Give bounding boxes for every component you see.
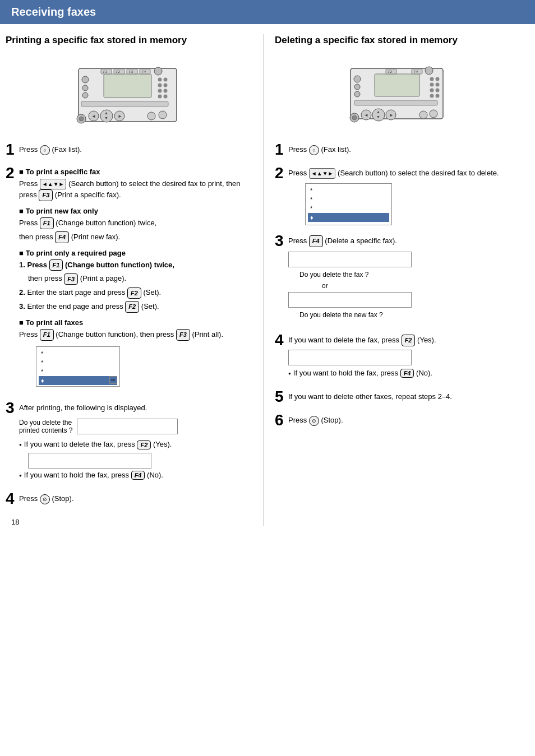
svg-point-31 [79, 117, 84, 121]
dialog-yes-left [28, 453, 151, 469]
svg-point-42 [354, 84, 360, 90]
left-column: Printing a specific fax stored in memory… [6, 34, 264, 526]
header-title: Receiving faxes [11, 6, 96, 18]
svg-point-32 [147, 112, 155, 120]
fax-list-btn-left: ○ [40, 145, 50, 155]
right-screen-preview: * * * ♦ [305, 183, 392, 225]
svg-text:►: ► [118, 114, 122, 119]
svg-text:F3: F3 [129, 70, 133, 73]
right-step2: 2 Press ◄▲▼► (Search button) to select t… [275, 165, 522, 225]
print-screen-preview: * * * ♦ ⇨ [36, 346, 120, 387]
svg-point-49 [436, 89, 440, 92]
fax-machine-diagram-right: F2 F4 ▲ [275, 54, 522, 133]
svg-point-13 [82, 92, 88, 98]
right-section-title: Deleting a specific fax stored in memory [275, 34, 522, 47]
left-section-title: Printing a specific fax stored in memory [6, 34, 252, 47]
svg-text:►: ► [389, 113, 394, 118]
search-btn-right: ◄▲▼► [309, 168, 336, 179]
svg-point-16 [158, 84, 162, 87]
svg-point-33 [159, 111, 167, 119]
sub-print-all: To print all faxes Press F1 (Change butt… [19, 318, 252, 387]
fax-list-btn-right: ○ [309, 145, 319, 155]
svg-text:▲: ▲ [104, 111, 108, 115]
search-btn-left: ◄▲▼► [40, 179, 67, 189]
svg-point-47 [436, 83, 440, 87]
fax-machine-svg-right: F2 F4 ▲ [342, 54, 454, 133]
svg-point-10 [154, 67, 162, 75]
svg-text:▼: ▼ [376, 115, 380, 119]
svg-text:F2: F2 [388, 70, 393, 73]
svg-text:◄: ◄ [91, 114, 96, 119]
svg-point-51 [436, 94, 440, 98]
left-step4: 4 Press ⊙ (Stop). [6, 491, 252, 507]
svg-text:F2: F2 [116, 70, 121, 73]
sub-print-required-page: To print only a required page 1. Press F… [19, 249, 252, 313]
svg-point-46 [430, 83, 434, 87]
svg-point-17 [163, 84, 167, 87]
right-column: Deleting a specific fax stored in memory… [264, 34, 522, 526]
svg-point-15 [163, 78, 167, 82]
svg-text:▲: ▲ [376, 110, 380, 114]
fax-machine-svg-left: F1 F2 F3 F4 [67, 54, 191, 133]
sub-print-new: To print new fax only Press F1 (Change b… [19, 207, 252, 243]
svg-point-44 [430, 77, 434, 81]
left-step1: 1 Press ○ (Fax list). [6, 142, 252, 157]
svg-text:F4: F4 [142, 70, 146, 73]
right-step4: 4 If you want to delete the fax, press F… [275, 332, 522, 381]
svg-point-40 [425, 67, 433, 75]
svg-rect-35 [375, 74, 419, 96]
svg-point-11 [82, 76, 89, 83]
right-step1: 1 Press ○ (Fax list). [275, 142, 522, 157]
svg-point-14 [158, 78, 162, 82]
dialog-delete-printed [77, 419, 178, 434]
dialog-delete-new-fax [288, 292, 412, 308]
stop-btn-right: ⊙ [309, 416, 319, 426]
svg-point-48 [430, 89, 434, 92]
svg-point-20 [158, 95, 162, 99]
stop-btn-left: ⊙ [40, 494, 50, 504]
svg-point-45 [436, 77, 440, 81]
left-step2: 2 To print a specific fax Press ◄▲▼► (Se… [6, 165, 252, 392]
dialog-yes-right [288, 350, 412, 365]
svg-point-62 [419, 111, 427, 119]
svg-text:F1: F1 [103, 70, 107, 73]
sub-print-specific: To print a specific fax Press ◄▲▼► (Sear… [19, 168, 252, 201]
svg-rect-1 [104, 74, 151, 98]
svg-text:▼: ▼ [104, 116, 108, 120]
svg-point-50 [430, 94, 434, 98]
svg-point-21 [163, 95, 167, 99]
svg-point-41 [354, 76, 361, 82]
svg-rect-22 [81, 101, 168, 106]
fax-machine-diagram-left: F1 F2 F3 F4 [6, 54, 252, 133]
page-number: 18 [6, 518, 252, 526]
svg-point-63 [430, 110, 437, 118]
svg-point-43 [354, 91, 360, 97]
header-bar: Receiving faxes [0, 0, 535, 24]
right-step5: 5 If you want to delete other faxes, rep… [275, 389, 522, 405]
svg-point-18 [158, 89, 162, 93]
svg-point-61 [352, 115, 357, 120]
dialog-delete-fax [288, 252, 412, 267]
svg-point-19 [163, 89, 167, 93]
svg-rect-52 [354, 100, 437, 105]
svg-point-12 [82, 85, 88, 91]
right-step6: 6 Press ⊙ (Stop). [275, 412, 522, 428]
svg-text:F4: F4 [414, 70, 418, 73]
left-step3: 3 After printing, the following is displ… [6, 400, 252, 484]
svg-text:◄: ◄ [364, 113, 368, 118]
right-step3: 3 Press F4 (Delete a specific fax). Do y… [275, 233, 522, 324]
